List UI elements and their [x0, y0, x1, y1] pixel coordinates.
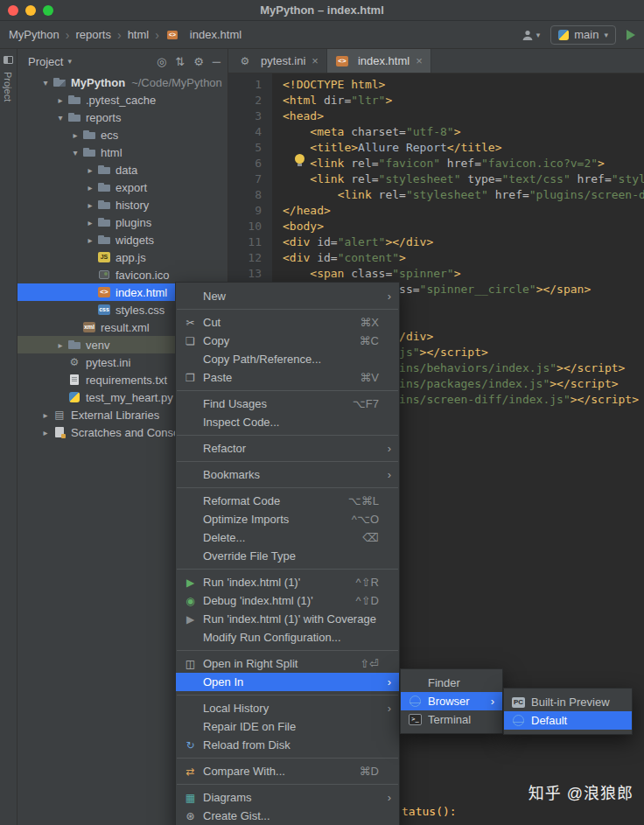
menu-item-new[interactable]: New› — [176, 287, 399, 305]
panel-title[interactable]: Project — [28, 55, 63, 68]
menu-item-reload-from-disk[interactable]: ↻Reload from Disk — [176, 736, 399, 754]
reload-icon: ↻ — [183, 739, 198, 752]
chevron-down-icon[interactable]: ▾ — [68, 148, 82, 157]
menu-item-modify-run-configuration[interactable]: Modify Run Configuration... — [176, 628, 399, 647]
intention-bulb-icon[interactable] — [295, 154, 304, 164]
tree-item-mypython[interactable]: ▾MyPython~/Code/MyPython — [18, 73, 228, 91]
code-line: </head> — [283, 203, 644, 219]
tree-item-label: styles.css — [116, 304, 164, 317]
locate-icon[interactable]: ◎ — [157, 55, 166, 68]
menu-item-cut[interactable]: ✂Cut⌘X — [176, 313, 399, 332]
menu-item-label: Built-in Preview — [531, 696, 612, 709]
tab-index-html[interactable]: index.html× — [327, 49, 431, 73]
submenu-arrow-icon: › — [383, 290, 391, 303]
menu-item-label: Refactor — [203, 442, 379, 455]
menu-item-reformat-code[interactable]: Reformat Code⌥⌘L — [176, 492, 399, 510]
breadcrumb-html[interactable]: html — [128, 28, 150, 41]
project-tool-window-icon[interactable] — [4, 56, 13, 64]
chevron-right-icon[interactable]: ▸ — [83, 183, 97, 192]
code-line: <div id="alert"></div> — [283, 234, 644, 250]
tree-item-html[interactable]: ▾html — [18, 143, 228, 161]
menu-item-label: Copy — [203, 334, 346, 347]
tree-item-plugins[interactable]: ▸plugins — [18, 213, 228, 231]
chevron-right-icon[interactable]: ▸ — [83, 200, 97, 210]
breadcrumb-reports[interactable]: reports — [75, 28, 110, 41]
chevron-right-icon[interactable]: ▸ — [53, 340, 67, 350]
menu-item-open-in-right-split[interactable]: ◫Open in Right Split⇧⏎ — [176, 654, 399, 673]
tree-item-export[interactable]: ▸export — [18, 178, 228, 196]
chevron-right-icon[interactable]: ▸ — [83, 235, 97, 245]
tab-pytest-ini[interactable]: pytest.ini× — [230, 49, 327, 73]
branch-selector[interactable]: main ▾ — [550, 25, 616, 45]
code-line: <html dir="ltr"> — [283, 93, 644, 108]
menu-item-override-file-type[interactable]: Override File Type — [176, 547, 399, 565]
menu-item-copy-path-reference[interactable]: Copy Path/Reference... — [176, 350, 399, 368]
tree-item-data[interactable]: ▸data — [18, 161, 228, 178]
menu-item-repair-ide-on-file[interactable]: Repair IDE on File — [176, 717, 399, 736]
menu-separator — [177, 461, 398, 462]
folder-icon — [97, 180, 111, 194]
html-file-icon — [335, 54, 349, 68]
run-button[interactable] — [626, 30, 635, 40]
hide-panel-icon[interactable]: ─ — [213, 55, 220, 68]
menu-item-label: New — [203, 290, 379, 303]
menu-item-built-in-preview[interactable]: Built-in Preview — [504, 693, 632, 711]
browser-submenu: Built-in PreviewDefault — [503, 688, 633, 735]
menu-item-create-gist[interactable]: ⊛Create Gist... — [176, 807, 399, 825]
menu-item-diagrams[interactable]: ▦Diagrams› — [176, 788, 399, 807]
menu-item-label: Optimize Imports — [203, 513, 338, 526]
menu-item-finder[interactable]: Finder — [401, 674, 502, 692]
menu-item-debug-index-html-1[interactable]: ◉Debug 'index.html (1)'^⇧D — [176, 591, 399, 610]
user-account-button[interactable]: ▾ — [522, 29, 541, 41]
menu-item-refactor[interactable]: Refactor› — [176, 439, 399, 458]
chevron-down-icon[interactable]: ▾ — [38, 78, 52, 87]
menu-item-inspect-code[interactable]: Inspect Code... — [176, 413, 399, 431]
menu-item-open-in[interactable]: Open In› — [176, 673, 399, 691]
breadcrumb-mypython[interactable]: MyPython — [9, 28, 60, 41]
tree-item-app-js[interactable]: app.js — [18, 248, 228, 266]
menu-item-browser[interactable]: Browser› — [401, 692, 502, 710]
menu-item-run-index-html-1-with-coverage[interactable]: ▶Run 'index.html (1)' with Coverage — [176, 610, 399, 628]
menu-item-default[interactable]: Default — [504, 711, 632, 730]
menu-item-find-usages[interactable]: Find Usages⌥F7 — [176, 395, 399, 413]
chevron-right-icon[interactable]: ▸ — [68, 130, 82, 140]
tree-item-label: app.js — [116, 251, 146, 264]
menu-item-label: Override File Type — [203, 549, 379, 563]
menu-item-bookmarks[interactable]: Bookmarks› — [176, 465, 399, 484]
interpreter-icon — [558, 30, 569, 40]
chevron-down-icon[interactable]: ▾ — [67, 57, 72, 66]
menu-item-local-history[interactable]: Local History› — [176, 699, 399, 717]
close-tab-icon[interactable]: × — [312, 54, 318, 67]
menu-item-paste[interactable]: ❐Paste⌘V — [176, 368, 399, 387]
tool-strip-label[interactable]: Project — [3, 72, 13, 101]
chevron-down-icon[interactable]: ▾ — [53, 113, 67, 122]
settings-gear-icon[interactable]: ⚙ — [193, 55, 204, 68]
chevron-right-icon[interactable]: ▸ — [38, 428, 52, 437]
chevron-right-icon[interactable]: ▸ — [53, 95, 67, 105]
chevron-right-icon[interactable]: ▸ — [83, 165, 97, 175]
chevron-right-icon[interactable]: ▸ — [83, 218, 97, 227]
tree-item-widgets[interactable]: ▸widgets — [18, 231, 228, 248]
user-icon — [522, 29, 534, 41]
line-number: 13 — [228, 266, 262, 282]
menu-item-compare-with[interactable]: ⇄Compare With...⌘D — [176, 762, 399, 780]
menu-item-optimize-imports[interactable]: Optimize Imports^⌥O — [176, 510, 399, 528]
menu-item-copy[interactable]: ❏Copy⌘C — [176, 332, 399, 350]
menu-item-terminal[interactable]: Terminal — [401, 710, 502, 729]
tree-item-label: .pytest_cache — [86, 94, 156, 107]
breadcrumb-index-html[interactable]: index.html — [190, 28, 242, 41]
menu-separator — [177, 487, 398, 488]
tree-item-history[interactable]: ▸history — [18, 196, 228, 213]
cut-icon: ✂ — [183, 317, 198, 329]
tree-item-label: export — [116, 181, 147, 194]
menu-item-run-index-html-1[interactable]: ▶Run 'index.html (1)'^⇧R — [176, 573, 399, 591]
tree-item-favicon-ico[interactable]: favicon.ico — [18, 266, 228, 283]
tree-item-ecs[interactable]: ▸ecs — [18, 126, 228, 143]
chevron-right-icon[interactable]: ▸ — [38, 410, 52, 420]
menu-item-delete[interactable]: Delete...⌫ — [176, 528, 399, 547]
menu-item-label: Copy Path/Reference... — [203, 353, 379, 366]
tree-item-reports[interactable]: ▾reports — [18, 108, 228, 126]
close-tab-icon[interactable]: × — [416, 54, 423, 67]
tree-item-pytest-cache[interactable]: ▸.pytest_cache — [18, 91, 228, 108]
collapse-icon[interactable]: ⇅ — [175, 55, 185, 68]
